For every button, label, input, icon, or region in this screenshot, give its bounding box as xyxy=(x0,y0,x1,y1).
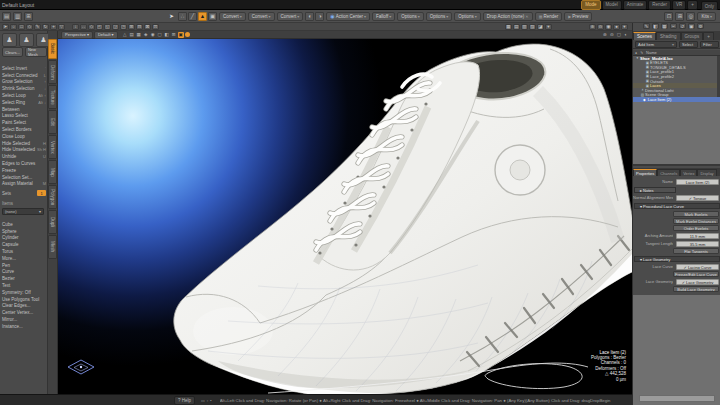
action-center-dropdown[interactable]: ◉Action Center▾ xyxy=(326,12,370,21)
items-dropdown[interactable]: (none)▾ xyxy=(2,208,44,215)
viewport-header-icon[interactable]: ⊞ xyxy=(171,32,177,38)
layout-tab[interactable]: Mode xyxy=(581,0,600,10)
toolbox-tab[interactable]: Basic xyxy=(48,39,57,59)
viewport-layout-icon[interactable]: ◪ xyxy=(537,24,544,30)
options-button-2[interactable]: Options▾ xyxy=(426,12,453,21)
view-type-dropdown[interactable]: Perspective▾ xyxy=(61,31,93,39)
command-input[interactable] xyxy=(639,395,715,402)
filter-dropdown[interactable]: Filter xyxy=(700,41,719,48)
status-bar-icon[interactable]: ▭ xyxy=(201,398,205,403)
status-bar-icon[interactable]: ▪ xyxy=(210,398,211,403)
command-list-item[interactable]: Clear Edges... xyxy=(0,303,48,310)
command-list-item[interactable]: Freeze xyxy=(0,167,48,174)
viewport-corner-icon[interactable]: ⊖ xyxy=(609,32,615,38)
active-viewport-option-icon[interactable]: ▣ xyxy=(178,32,184,38)
selection-mode-icon[interactable]: ▣ xyxy=(208,12,217,21)
command-list-item[interactable]: Center Vertex... xyxy=(0,309,48,316)
panel-icon[interactable]: ▦ xyxy=(661,23,668,29)
viewport-layout-icon[interactable]: ▾ xyxy=(545,24,552,30)
kits-button[interactable]: Kits▾ xyxy=(697,12,716,21)
command-list-item[interactable]: Hide SelectedH xyxy=(0,140,48,147)
toolbox-tab[interactable]: Polygon xyxy=(48,185,57,209)
item-list-tab[interactable]: Groups xyxy=(681,32,704,40)
toolbar-icon[interactable]: ◐ xyxy=(305,12,314,21)
viewport-corner-icon[interactable]: ◐ xyxy=(623,32,629,38)
toolbox-tab[interactable]: Texture xyxy=(48,85,57,109)
arching-amount-input[interactable]: 11.9 mm xyxy=(676,233,719,239)
command-list-item[interactable]: Between xyxy=(0,106,48,113)
toolbar-icon[interactable]: ⊡ xyxy=(664,12,673,21)
command-list-item[interactable]: Instance... xyxy=(0,323,48,330)
tool-icon[interactable]: ◳ xyxy=(120,24,127,30)
new-mesh-button[interactable]: New Mesh xyxy=(25,47,47,57)
command-list-item[interactable]: Select Borders xyxy=(0,126,48,133)
layout-tab[interactable]: VR xyxy=(672,0,686,10)
selection-mode-icon[interactable]: ∴ xyxy=(178,12,187,21)
viewport-nav-icon[interactable]: ⊖ xyxy=(597,24,604,30)
toolbox-tab[interactable]: Mesh xyxy=(48,235,57,259)
command-list-item[interactable]: Hide UnselectedSh H xyxy=(0,147,48,154)
viewport-nav-icon[interactable]: ◉ xyxy=(605,24,612,30)
shoe-model[interactable] xyxy=(58,31,632,394)
viewport-layout-icon[interactable]: ▨ xyxy=(529,24,536,30)
tool-icon[interactable]: ↔ xyxy=(80,24,87,30)
viewport-corner-icon[interactable]: ⊕ xyxy=(602,32,608,38)
viewport-layout-icon[interactable]: ▥ xyxy=(521,24,528,30)
record-indicator-icon[interactable] xyxy=(185,32,190,37)
tool-icon[interactable]: ⊟ xyxy=(136,24,143,30)
viewport-corner-icon[interactable]: ▢ xyxy=(616,32,622,38)
command-list-item[interactable]: Bezier xyxy=(0,275,48,282)
command-list-item[interactable]: Use Polygons Tool xyxy=(0,296,48,303)
viewport-header-icon[interactable]: ◧ xyxy=(164,32,170,38)
lace-geometry-picker[interactable]: ✓Lace Geometry xyxy=(676,279,719,285)
command-list-item[interactable]: Symmetry: Off xyxy=(0,289,48,296)
falloff-dropdown[interactable]: Falloff▾ xyxy=(372,12,395,21)
help-button[interactable]: ? Help xyxy=(174,396,195,405)
toolbox-tab[interactable]: Deform xyxy=(48,60,57,84)
lace-curve-section-header[interactable]: ▾Procedural Lace Curve xyxy=(634,203,720,209)
tool-icon[interactable]: ○ xyxy=(10,24,17,30)
viewport-header-icon[interactable]: ◉ xyxy=(150,32,156,38)
command-list-item[interactable]: Select Invert` xyxy=(0,65,48,72)
command-list-item[interactable]: Shrink Selection↓ xyxy=(0,85,48,92)
convert-button-3[interactable]: Convert▾ xyxy=(277,12,304,21)
command-list-item[interactable]: Curve xyxy=(0,269,48,276)
toolbar-icon[interactable]: ▥ xyxy=(13,12,22,21)
render-button[interactable]: ▦Render xyxy=(535,12,563,21)
tool-icon[interactable]: ◲ xyxy=(112,24,119,30)
command-list-item[interactable]: Select RingAlt ↓ xyxy=(0,99,48,106)
clear-button[interactable]: Clears... xyxy=(2,47,23,57)
order-eyelets-button[interactable]: Order Eyelets xyxy=(673,225,719,231)
layout-tab[interactable]: Model xyxy=(602,0,622,10)
command-list-item[interactable]: UnhideU xyxy=(0,153,48,160)
convert-button-2[interactable]: Convert▾ xyxy=(248,12,275,21)
properties-tab[interactable]: Display xyxy=(697,169,716,176)
viewport-layout-icon[interactable]: ▦ xyxy=(505,24,512,30)
command-list-item[interactable]: Torus xyxy=(0,248,48,255)
panel-icon[interactable]: ▣ xyxy=(688,23,695,29)
viewport-layout-icon[interactable]: ▤ xyxy=(513,24,520,30)
tool-icon[interactable]: ◱ xyxy=(104,24,111,30)
command-list-item[interactable]: Grow Selection↑ xyxy=(0,79,48,86)
tool-icon[interactable]: ✎ xyxy=(34,24,41,30)
drop-action-dropdown[interactable]: Drop Action (none)✕ xyxy=(483,12,533,21)
viewport-header-icon[interactable]: △ xyxy=(122,32,128,38)
viewport-header-icon[interactable]: ◈ xyxy=(143,32,149,38)
tool-icon[interactable]: ↻ xyxy=(42,24,49,30)
command-list-item[interactable]: Capsule xyxy=(0,241,48,248)
notes-section[interactable]: ▸Notes xyxy=(634,187,676,193)
command-list-item[interactable]: Close Loop xyxy=(0,133,48,140)
command-list-item[interactable]: Assign MaterialM xyxy=(0,181,48,188)
lace-geometry-section-header[interactable]: ▾Lace Geometry xyxy=(634,256,720,262)
name-input[interactable]: Lace Item (2) xyxy=(676,179,719,185)
pointer-tool-icon[interactable]: ➤ xyxy=(167,12,176,21)
command-list-item[interactable]: Text xyxy=(0,282,48,289)
layout-tab[interactable]: Render xyxy=(648,0,671,10)
properties-tab[interactable]: Channels xyxy=(657,169,680,176)
viewport-header-icon[interactable]: ▦ xyxy=(136,32,142,38)
command-list-item[interactable]: Paint Select xyxy=(0,119,48,126)
viewport-header-icon[interactable]: ▢ xyxy=(157,32,163,38)
command-list-item[interactable]: Lasso Select xyxy=(0,113,48,120)
command-list-item[interactable]: Sphere xyxy=(0,228,48,235)
select-dropdown[interactable]: Select xyxy=(679,41,698,48)
